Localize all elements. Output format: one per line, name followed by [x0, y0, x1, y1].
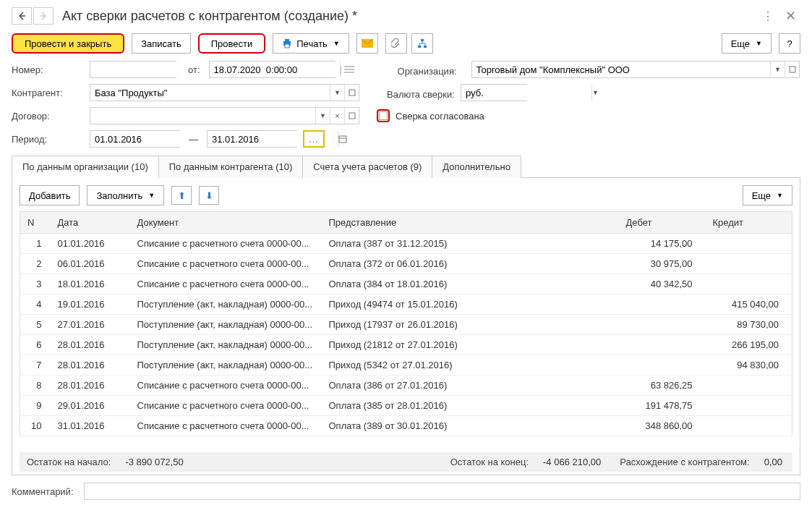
balance-start-value: -3 890 072,50: [114, 457, 195, 467]
cell-n: 3: [20, 274, 51, 294]
cell-repr: Приход (49474 от 15.01.2016): [322, 294, 619, 315]
conduct-button[interactable]: Провести: [198, 33, 266, 54]
nav-back-button[interactable]: [12, 7, 32, 25]
cell-repr: Приход (21812 от 27.01.2016): [322, 335, 619, 355]
diff-label: Расхождение с контрагентом:: [620, 457, 749, 467]
contract-dropdown-button[interactable]: ▼: [315, 108, 330, 124]
cell-credit: [706, 396, 792, 416]
counterparty-dropdown-button[interactable]: ▼: [330, 85, 344, 101]
write-button[interactable]: Записать: [132, 33, 191, 54]
cell-n: 5: [20, 315, 51, 335]
cell-repr: Оплата (387 от 31.12.2015): [322, 234, 619, 254]
cell-n: 9: [20, 396, 51, 416]
col-n: N: [20, 212, 51, 234]
more-label: Еще: [752, 190, 771, 201]
arrow-up-icon: ⬆: [178, 190, 186, 201]
help-button[interactable]: ?: [779, 33, 800, 54]
cell-credit: [706, 416, 792, 436]
agreed-checkbox[interactable]: [377, 109, 390, 122]
cell-credit: [706, 254, 792, 274]
table-row[interactable]: 318.01.2016Списание с расчетного счета 0…: [20, 274, 792, 294]
list-icon: [344, 65, 354, 74]
close-button[interactable]: ✕: [781, 8, 800, 24]
conduct-and-close-button[interactable]: Провести и закрыть: [12, 33, 124, 54]
number-label: Номер:: [12, 61, 84, 78]
svg-rect-7: [418, 46, 421, 48]
contract-input[interactable]: [90, 108, 315, 124]
comment-input[interactable]: [84, 483, 800, 500]
more-button[interactable]: Еще ▼: [722, 33, 772, 54]
attach-button[interactable]: [385, 33, 407, 54]
cell-date: 06.01.2016: [51, 254, 130, 274]
table-row[interactable]: 828.01.2016Списание с расчетного счета 0…: [20, 376, 792, 396]
chevron-down-icon: ▼: [774, 66, 781, 73]
cell-repr: Оплата (385 от 28.01.2016): [322, 396, 619, 416]
col-repr: Представление: [322, 212, 619, 234]
svg-rect-6: [421, 39, 424, 41]
currency-dropdown-button[interactable]: ▼: [591, 85, 599, 101]
svg-rect-14: [790, 67, 795, 72]
move-down-button[interactable]: ⬇: [199, 186, 219, 205]
print-label: Печать: [296, 38, 328, 49]
org-open-button[interactable]: [785, 61, 799, 77]
date-input[interactable]: [210, 61, 340, 77]
counterparty-open-button[interactable]: [344, 85, 359, 101]
cell-repr: Приход (17937 от 26.01.2016): [322, 315, 619, 335]
add-row-button[interactable]: Добавить: [20, 185, 80, 205]
hierarchy-icon: [417, 38, 427, 48]
svg-rect-4: [285, 44, 289, 48]
arrow-left-icon: [17, 12, 26, 20]
chevron-down-icon: ▼: [333, 40, 340, 47]
fill-button[interactable]: Заполнить ▼: [87, 185, 164, 205]
nav-forward-button[interactable]: [33, 7, 54, 25]
contract-open-button[interactable]: [344, 108, 359, 124]
cell-n: 2: [20, 254, 51, 274]
org-dropdown-button[interactable]: ▼: [770, 61, 785, 77]
structure-button[interactable]: [411, 33, 433, 54]
contract-clear-button[interactable]: ×: [330, 108, 344, 124]
cell-credit: [706, 376, 792, 396]
title-menu-button[interactable]: ⋮: [758, 9, 778, 23]
cell-credit: 415 040,00: [706, 294, 792, 315]
counterparty-input[interactable]: [90, 85, 330, 101]
cell-doc: Поступление (акт, накладная) 0000-00...: [130, 294, 322, 315]
table-row[interactable]: 527.01.2016Поступление (акт, накладная) …: [20, 315, 792, 335]
data-table: N Дата Документ Представление Дебет Кред…: [20, 211, 792, 436]
org-input[interactable]: [472, 61, 770, 77]
table-row[interactable]: 1031.01.2016Списание с расчетного счета …: [20, 416, 792, 436]
table-row[interactable]: 628.01.2016Поступление (акт, накладная) …: [20, 335, 792, 355]
cell-repr: Приход (5342 от 27.01.2016): [322, 355, 619, 376]
svg-rect-19: [339, 136, 346, 143]
currency-input[interactable]: [461, 85, 591, 101]
open-icon: [349, 89, 356, 96]
table-row[interactable]: 728.01.2016Поступление (акт, накладная) …: [20, 355, 792, 376]
cell-debit: 63 826,25: [619, 376, 706, 396]
cell-date: 27.01.2016: [51, 315, 130, 335]
print-button[interactable]: Печать ▼: [273, 33, 349, 54]
period-select-button[interactable]: ...: [303, 130, 325, 148]
tab-additional[interactable]: Дополнительно: [432, 156, 521, 178]
ellipsis-icon: ...: [309, 134, 319, 145]
ot-label: от:: [182, 64, 203, 75]
open-icon: [349, 112, 356, 119]
move-up-button[interactable]: ⬆: [171, 186, 192, 205]
table-row[interactable]: 419.01.2016Поступление (акт, накладная) …: [20, 294, 792, 315]
tab-more-button[interactable]: Еще ▼: [743, 185, 792, 205]
period-from-input[interactable]: [90, 131, 221, 147]
envelope-icon: [362, 39, 373, 48]
tab-org-data[interactable]: По данным организации (10): [12, 156, 159, 178]
table-row[interactable]: 101.01.2016Списание с расчетного счета 0…: [20, 234, 792, 254]
cell-date: 28.01.2016: [51, 355, 130, 376]
tab-accounts[interactable]: Счета учета расчетов (9): [302, 156, 432, 178]
table-row[interactable]: 929.01.2016Списание с расчетного счета 0…: [20, 396, 792, 416]
email-button[interactable]: [356, 33, 378, 54]
cell-doc: Списание с расчетного счета 0000-00...: [130, 234, 322, 254]
period-to-calendar-button[interactable]: [338, 131, 347, 147]
more-label: Еще: [731, 38, 750, 49]
timestamp-button[interactable]: [341, 61, 357, 78]
cell-doc: Списание с расчетного счета 0000-00...: [130, 274, 322, 294]
table-row[interactable]: 206.01.2016Списание с расчетного счета 0…: [20, 254, 792, 274]
cell-n: 1: [20, 234, 51, 254]
tab-counterparty-data[interactable]: По данным контрагента (10): [158, 156, 304, 178]
chevron-down-icon: ▼: [148, 192, 155, 199]
